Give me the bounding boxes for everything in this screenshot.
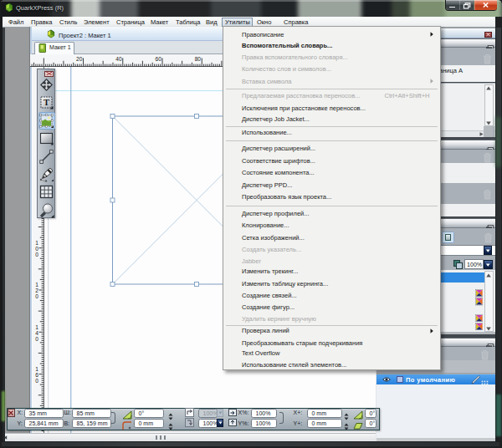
svg-text:1: 1 <box>35 240 38 246</box>
svg-text:T: T <box>44 98 49 107</box>
svg-text:4: 4 <box>35 330 38 336</box>
svg-text:0: 0 <box>35 336 38 342</box>
svg-text:1: 1 <box>35 324 38 330</box>
svg-text:2: 2 <box>35 288 38 293</box>
svg-text:0: 0 <box>35 293 38 299</box>
svg-text:80: 80 <box>195 56 202 62</box>
svg-text:60: 60 <box>155 56 161 62</box>
svg-text:0: 0 <box>35 252 38 257</box>
svg-text:40: 40 <box>115 56 122 62</box>
svg-text:1: 1 <box>35 282 38 288</box>
svg-text:6: 6 <box>35 372 38 378</box>
svg-text:1: 1 <box>35 366 38 372</box>
svg-text:0: 0 <box>35 378 38 384</box>
svg-text:0: 0 <box>35 246 38 252</box>
svg-text:20: 20 <box>76 56 83 62</box>
